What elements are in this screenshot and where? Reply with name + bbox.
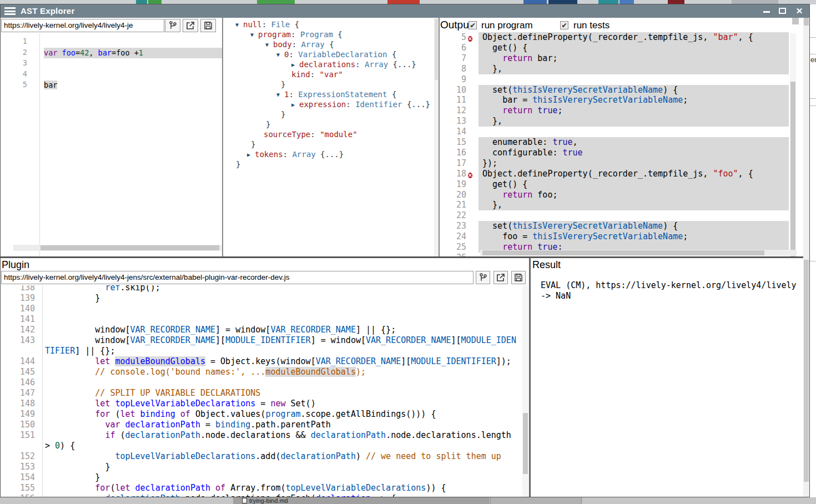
code-text: return true; [478,105,789,116]
line-number: 1 [1,37,27,46]
line-number: 4 [1,69,27,78]
code-line: 155 for(let declarationPath of Array.fro… [1,483,529,493]
ast-vscrollbar-thumb[interactable] [435,19,438,80]
collapse-triangle-icon[interactable]: ▼ [265,40,273,50]
source-open-external-button[interactable] [183,19,198,32]
collapse-triangle-icon[interactable]: ▼ [276,90,284,100]
expand-triangle-icon[interactable]: ▶ [291,60,299,70]
collapse-triangle-icon[interactable]: ▼ [235,20,243,30]
code-text: bar [44,80,222,91]
source-hscrollbar[interactable] [13,245,221,251]
source-code-editor[interactable]: 12var foo=42, bar=foo +1345bar [1,33,222,256]
output-vscrollbar-thumb[interactable] [790,82,795,256]
output-hscrollbar[interactable] [480,250,797,256]
plugin-vscrollbar[interactable] [522,285,528,497]
line-number: 153 [1,462,35,472]
ast-node-row[interactable]: ▼body: Array { [265,39,334,50]
close-button[interactable]: ✕ [793,7,805,16]
code-line: 154 } [1,472,529,483]
run-program-checkbox[interactable]: ✔ [469,21,477,29]
code-line: 20 return foo; [440,190,809,200]
line-number: 149 [1,409,35,420]
collapse-triangle-icon[interactable]: ▼ [250,30,258,40]
line-number: 9 [440,74,466,85]
taskbar-tab-trying-bind[interactable]: trying-bind.md [233,497,490,504]
code-text: get() { [478,179,789,190]
ast-node-row[interactable]: } [281,79,285,89]
window-vscrollbar-top-block[interactable] [804,18,809,26]
ast-node-row[interactable]: } [266,119,270,129]
code-text: Object.defineProperty(_recorder_.tempfil… [478,169,789,179]
ast-vscrollbar[interactable] [434,18,439,256]
plugin-open-external-button[interactable] [493,271,508,284]
line-number: 155 [1,483,35,493]
source-save-button[interactable] [200,19,216,32]
code-text: topLevelVariableDeclarations.add(declara… [42,451,520,462]
error-badge[interactable]: ✕ [468,36,472,42]
line-number: 156 [1,493,35,497]
expand-triangle-icon[interactable]: ▶ [247,150,255,160]
ast-tree-pane[interactable]: ▼null: File {▼program: Program {▼body: A… [223,18,434,256]
code-line: 23 set(thisIsVererySecretVariableName) { [440,221,809,231]
ast-node-row[interactable]: ▼null: File { [235,19,299,30]
line-number: 3 [1,58,27,67]
ast-node-row[interactable]: ▶declarations: Array {...} [291,59,416,70]
window-vscrollbar-thumb[interactable] [804,260,809,482]
code-line: 15 enumerable: true, [440,137,809,148]
code-line: 4 [1,69,222,80]
plugin-code-editor[interactable]: 138 ref.skip();139 }140141142 window[VAR… [1,285,529,497]
line-number: 26 [440,253,466,256]
expand-triangle-icon[interactable]: ▶ [291,100,299,110]
code-line: 151 if (declarationPath.node.declaration… [1,430,529,451]
ast-node-row[interactable]: ▼1: ExpressionStatement { [276,89,396,100]
minimize-button[interactable] [760,7,773,16]
line-number: 15 [440,137,466,148]
window-vscrollbar[interactable] [803,18,809,497]
code-line: 24 foo = thisIsVererySecretVariableName; [440,231,809,242]
menu-icon[interactable] [4,7,16,15]
code-line: 149 for (let binding of Object.values(pr… [1,409,529,420]
line-number: 24 [440,231,466,242]
source-url-input[interactable]: https://lively-kernel.org/lively4/lively… [1,19,164,32]
plugin-branch-button[interactable] [476,271,490,284]
source-branch-button[interactable] [165,19,180,32]
code-text: // SPLIT UP VARIABLE DECLARATIONS [42,388,520,399]
save-icon [204,21,213,30]
ast-node-row[interactable]: sourceType: "module" [264,129,357,139]
code-line: 19 get() { [440,179,809,190]
collapse-triangle-icon[interactable]: ▼ [276,50,284,60]
error-badge[interactable]: ✕ [468,173,472,178]
output-code-editor[interactable]: 5✕Object.defineProperty(_recorder_.tempf… [440,32,809,256]
line-number: 140 [1,304,35,314]
open-external-icon [496,273,505,282]
code-line: 8 }, [440,64,809,74]
ast-node-row[interactable]: } [236,159,240,169]
line-number: 14 [440,127,466,137]
plugin-url-input[interactable]: https://lively-kernel.org/lively4/lively… [1,271,474,284]
ast-node-row[interactable]: kind: "var" [291,69,343,79]
code-text: configurable: true [478,148,789,158]
ast-node-row[interactable]: ▼program: Program { [250,29,342,40]
ast-node-row[interactable]: } [281,109,285,119]
line-number: 19 [440,179,466,190]
ast-node-row[interactable]: } [251,139,255,149]
ast-node-row[interactable]: ▶expression: Identifier {...} [291,99,430,110]
code-line: 144 let moduleBoundGlobals = Object.keys… [1,356,529,367]
maximize-button[interactable] [776,7,788,16]
code-line: 14 [440,127,809,137]
ast-node-row[interactable]: ▶tokens: Array {...} [247,149,344,160]
code-line: 138 ref.skip(); [1,285,529,293]
code-line: 139 } [1,293,529,304]
source-hscrollbar-thumb[interactable] [41,245,219,250]
code-text: let moduleBoundGlobals = Object.keys(win… [42,356,520,367]
plugin-vscrollbar-thumb[interactable] [523,413,528,474]
result-output-text: EVAL (CM), https://lively-kernel.org/liv… [541,280,797,301]
code-text: var foo=42, bar=foo +1 [44,48,222,59]
run-tests-checkbox[interactable]: ✔ [560,21,568,29]
code-line: 143 window[VAR_RECORDER_NAME][MODULE_IDE… [1,335,529,356]
output-vscrollbar[interactable] [790,33,796,256]
output-hscrollbar-thumb[interactable] [482,250,764,255]
line-number: 5 [1,80,27,89]
plugin-save-button[interactable] [511,271,526,284]
ast-node-row[interactable]: ▼0: VariableDeclaration { [276,49,396,60]
